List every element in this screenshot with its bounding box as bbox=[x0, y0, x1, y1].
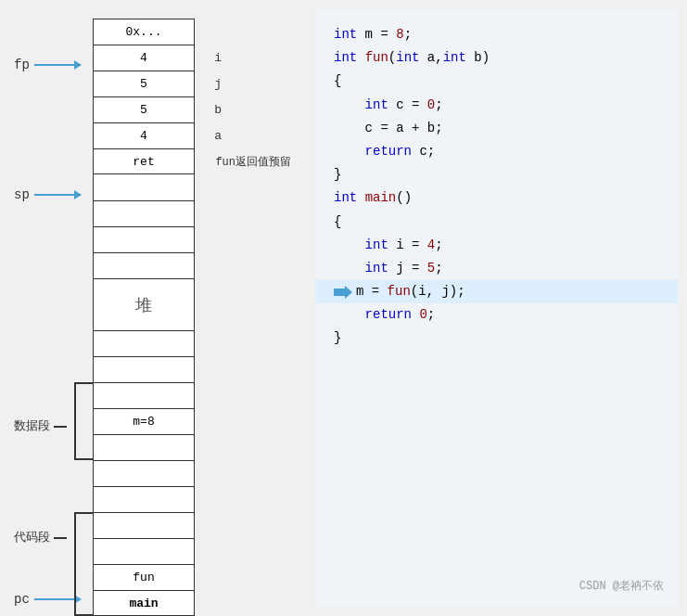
kw-int-2: int bbox=[334, 46, 357, 70]
kw-int-4: int bbox=[443, 46, 466, 70]
mem-cell-empty8 bbox=[93, 434, 195, 460]
mem-cell-empty11 bbox=[93, 512, 195, 538]
mem-cell-empty12 bbox=[93, 538, 195, 564]
code-line-13: return 0; bbox=[334, 303, 659, 327]
kw-int-8: int bbox=[365, 257, 388, 280]
fp-label: fp bbox=[14, 58, 30, 72]
code-indent-3 bbox=[334, 140, 365, 163]
mem-cell-empty9 bbox=[93, 460, 195, 486]
code-indent-4 bbox=[334, 234, 365, 257]
code-brace-close-1: } bbox=[334, 163, 341, 186]
code-text-2: ( bbox=[388, 46, 396, 70]
num-8: 8 bbox=[396, 23, 403, 46]
mem-cell-empty4 bbox=[93, 252, 195, 278]
main-container: fp sp pc 数据段 代码段 0x... bbox=[0, 0, 687, 616]
code-text-10: i = bbox=[388, 234, 427, 257]
sp-pointer: sp bbox=[14, 187, 81, 202]
kw-int-5: int bbox=[365, 94, 388, 117]
code-semi-1: ; bbox=[404, 23, 412, 46]
mem-cell-empty2 bbox=[93, 200, 195, 226]
code-line-9: { bbox=[334, 211, 659, 234]
sp-arrow bbox=[34, 194, 81, 196]
code-line-7: } bbox=[334, 163, 659, 186]
space-2 bbox=[357, 46, 364, 70]
code-panel: int m = 8; int fun(int a,int b) { int c … bbox=[315, 9, 678, 607]
code-text-2b: a, bbox=[419, 46, 442, 70]
num-0: 0 bbox=[427, 94, 435, 117]
code-line-8: int main() bbox=[334, 186, 659, 210]
kw-int-7: int bbox=[365, 234, 388, 257]
code-segment-bracket bbox=[74, 512, 93, 616]
code-text-12a: m = bbox=[356, 280, 388, 303]
kw-int-1: int bbox=[334, 23, 357, 46]
mem-cell-b-label: b bbox=[214, 103, 222, 117]
mem-cell-j-label: j bbox=[214, 77, 222, 91]
mem-cell-a-label: a bbox=[214, 129, 222, 143]
mem-cell-i-value: 4 bbox=[140, 51, 147, 65]
data-segment-text: 数据段 bbox=[14, 417, 50, 434]
code-line-11: int j = 5; bbox=[334, 257, 659, 280]
mem-cell-b-value: 5 bbox=[140, 103, 147, 117]
mem-cell-ret: ret fun返回值预留 bbox=[93, 148, 195, 174]
code-indent-1 bbox=[334, 94, 365, 117]
num-0b: 0 bbox=[419, 303, 426, 327]
code-text-11: j = bbox=[388, 257, 427, 280]
mem-cell-empty5 bbox=[93, 330, 195, 356]
mem-cell-ret-label: fun返回值预留 bbox=[215, 154, 291, 170]
code-brace-open-1: { bbox=[334, 70, 341, 93]
code-indent-5 bbox=[334, 257, 365, 280]
data-segment-bracket bbox=[74, 382, 93, 460]
fp-arrow bbox=[34, 64, 81, 66]
code-text-5: c = a + b; bbox=[365, 117, 443, 140]
code-text-2c: b) bbox=[466, 46, 490, 70]
kw-int-6: int bbox=[334, 186, 357, 210]
code-line-10: int i = 4; bbox=[334, 234, 659, 257]
mem-cell-main-value: main bbox=[129, 597, 158, 610]
fn-name-fun: fun bbox=[365, 46, 388, 70]
code-line-14: } bbox=[334, 327, 659, 350]
memory-diagram: fp sp pc 数据段 代码段 0x... bbox=[9, 9, 306, 607]
code-line-6: return c; bbox=[334, 140, 659, 163]
code-brace-open-2: { bbox=[334, 211, 341, 234]
mem-cell-j-value: 5 bbox=[140, 77, 147, 91]
code-segment-text: 代码段 bbox=[14, 529, 50, 545]
mem-cell-addr: 0x... bbox=[93, 19, 195, 45]
kw-int-3: int bbox=[396, 46, 419, 70]
kw-return-2: return bbox=[365, 303, 412, 327]
fn-call-fun: fun bbox=[388, 280, 411, 303]
code-line-2: int fun(int a,int b) bbox=[334, 46, 659, 70]
watermark-text: CSDN @老衲不依 bbox=[579, 580, 664, 593]
pc-label: pc bbox=[14, 592, 30, 607]
mem-cell-addr-value: 0x... bbox=[125, 25, 161, 39]
code-text-13 bbox=[412, 303, 419, 327]
mem-cell-main: main bbox=[93, 590, 195, 616]
code-line-4: int c = 0; bbox=[334, 94, 659, 117]
data-segment-label: 数据段 bbox=[14, 417, 67, 434]
mem-cell-i-label: i bbox=[214, 51, 222, 65]
memory-stack: 0x... 4 i 5 j 5 b 4 a ret fun返回值预留 bbox=[93, 19, 195, 616]
mem-cell-empty1 bbox=[93, 174, 195, 200]
code-semi-13: ; bbox=[427, 303, 435, 327]
mem-cell-m8-value: m=8 bbox=[133, 415, 154, 429]
mem-cell-empty10 bbox=[93, 486, 195, 512]
mem-cell-empty6 bbox=[93, 356, 195, 382]
kw-return-1: return bbox=[365, 140, 412, 163]
mem-cell-m8: m=8 bbox=[93, 408, 195, 434]
code-semi-11: ; bbox=[435, 257, 442, 280]
num-5: 5 bbox=[427, 257, 435, 280]
code-text-4: c = bbox=[388, 94, 427, 117]
mem-cell-i: 4 i bbox=[93, 45, 195, 71]
current-line-arrow bbox=[334, 286, 352, 299]
svg-marker-0 bbox=[334, 286, 352, 299]
code-line-5: c = a + b; bbox=[334, 117, 659, 140]
mem-cell-empty3 bbox=[93, 226, 195, 252]
code-text-8: () bbox=[396, 186, 412, 210]
mem-cell-empty7 bbox=[93, 382, 195, 408]
pc-pointer: pc bbox=[14, 592, 81, 607]
code-text-12b: (i, j); bbox=[411, 280, 465, 303]
code-line-3: { bbox=[334, 70, 659, 93]
code-brace-close-2: } bbox=[334, 327, 341, 350]
mem-cell-fun: fun bbox=[93, 564, 195, 590]
mem-cell-ret-value: ret bbox=[133, 155, 154, 169]
mem-cell-a-value: 4 bbox=[140, 129, 147, 143]
